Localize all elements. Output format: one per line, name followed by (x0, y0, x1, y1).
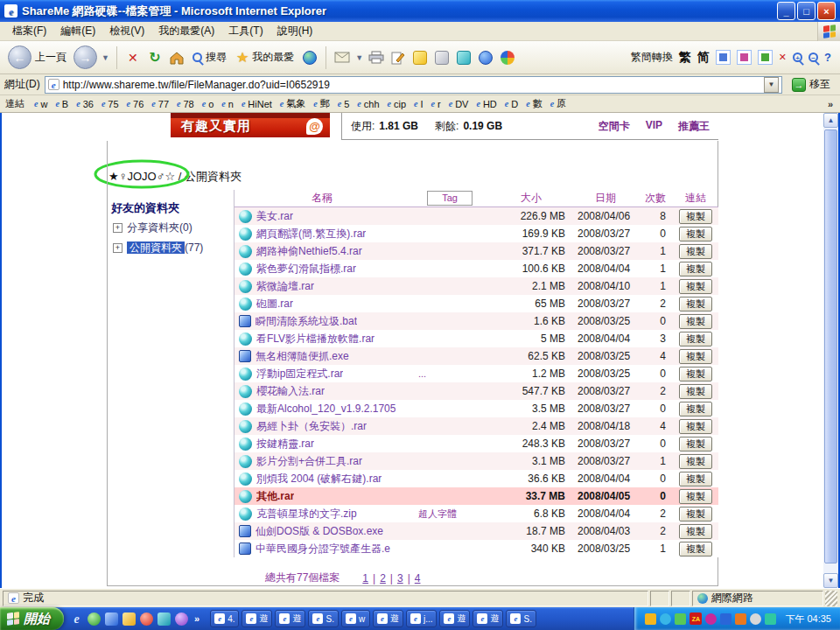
file-name-link[interactable]: 其他.rar (256, 489, 294, 504)
header-count[interactable]: 次數 (639, 191, 672, 206)
menu-item[interactable]: 編輯(E) (53, 22, 102, 40)
link-item[interactable]: 76 (123, 97, 148, 110)
page-link[interactable]: 3 (397, 572, 403, 584)
file-name-link[interactable]: 易經卜卦（免安裝）.rar (256, 419, 367, 434)
note-button[interactable] (411, 49, 429, 66)
quick-launch-icon[interactable] (70, 612, 83, 626)
file-name-link[interactable]: 最新Alcohol_120_v1.9.2.1705 (256, 402, 396, 416)
link-item[interactable]: n (218, 97, 237, 110)
page-link[interactable]: 1 (362, 572, 368, 584)
banner-ad[interactable]: 有趣又實用 @ (171, 113, 330, 137)
simplified-button[interactable]: 简 (697, 50, 710, 66)
copy-button[interactable]: 複製 (679, 367, 712, 382)
file-name-link[interactable]: 瞬間清除系統垃圾.bat (256, 314, 357, 329)
page-link[interactable]: 2 (380, 572, 386, 584)
copy-button[interactable]: 複製 (679, 332, 712, 346)
tray-icon[interactable] (735, 613, 746, 625)
header-size[interactable]: 大小 (490, 191, 572, 206)
link-item[interactable]: w (31, 97, 51, 110)
taskbar-task-button[interactable]: S. (308, 610, 338, 627)
calculator-button[interactable] (433, 49, 451, 66)
scrollbar[interactable]: ▲ ▼ (823, 113, 838, 588)
tray-icon[interactable] (645, 613, 656, 625)
copy-button[interactable]: 複製 (679, 489, 712, 504)
link-item[interactable]: HD (472, 97, 500, 110)
copy-button[interactable]: 複製 (679, 297, 712, 312)
file-name-link[interactable]: 別煩我 2004 (破解右鍵).rar (256, 472, 382, 486)
grid-tool-button[interactable] (455, 49, 472, 66)
link-item[interactable]: 78 (173, 97, 198, 110)
tray-za-icon[interactable]: ZA (690, 612, 702, 625)
file-name-link[interactable]: 櫻花輸入法.rar (256, 384, 325, 399)
file-name-link[interactable]: 仙劍DOS版 & DOSBox.exe (256, 524, 383, 539)
tray-icon[interactable] (765, 613, 776, 625)
copy-button[interactable]: 複製 (679, 209, 712, 224)
tray-icon[interactable] (660, 613, 671, 625)
menu-item[interactable]: 檔案(F) (5, 22, 53, 40)
header-date[interactable]: 日期 (572, 191, 639, 206)
file-name-link[interactable]: 浮動ip固定程式.rar (256, 367, 343, 382)
file-name-link[interactable]: 砲圖.rar (256, 297, 293, 312)
link-item[interactable]: 郵 (310, 97, 332, 110)
edit-button[interactable] (389, 49, 407, 66)
tray-icon[interactable] (750, 613, 761, 625)
tool-icon[interactable] (716, 50, 731, 65)
link-item[interactable]: 5 (334, 97, 354, 110)
close-tool-icon[interactable]: ✕ (779, 52, 787, 63)
scroll-thumb[interactable] (824, 130, 837, 564)
taskbar-task-button[interactable]: 遊 (373, 610, 403, 627)
taskbar-task-button[interactable]: 遊 (242, 610, 272, 627)
quick-launch-icon[interactable] (140, 612, 153, 626)
taskbar-task-button[interactable]: 遊 (472, 610, 503, 627)
file-name-link[interactable]: 無名相簿隨便抓.exe (256, 349, 349, 364)
menu-item[interactable]: 我的最愛(A) (151, 22, 221, 40)
copy-button[interactable]: 複製 (679, 279, 712, 294)
page-link[interactable]: 4 (415, 572, 421, 584)
link-item[interactable]: 36 (73, 97, 97, 110)
favorites-button[interactable]: ★ 我的最愛 (234, 47, 297, 67)
vip-link[interactable]: VIP (646, 119, 662, 134)
address-input[interactable] (63, 79, 760, 91)
scroll-down-button[interactable]: ▼ (823, 573, 838, 588)
tray-icon[interactable] (675, 613, 686, 625)
taskbar-task-button[interactable]: j... (406, 610, 438, 627)
copy-button[interactable]: 複製 (679, 227, 712, 242)
quick-launch-icon[interactable] (105, 612, 118, 626)
back-button[interactable]: ← 上一頁 (5, 44, 69, 71)
link-item[interactable]: chh (354, 97, 382, 110)
taskbar-task-button[interactable]: w (341, 610, 370, 627)
chevron-down-icon[interactable]: ▼ (355, 53, 363, 62)
mail-button[interactable] (333, 49, 351, 66)
link-item[interactable]: 75 (98, 97, 122, 110)
copy-button[interactable]: 複製 (679, 524, 712, 539)
chevron-down-icon[interactable]: ▼ (102, 53, 109, 62)
header-name[interactable]: 名稱 (234, 191, 410, 206)
taskbar-task-button[interactable]: 遊 (439, 610, 470, 627)
link-item[interactable]: r (428, 97, 444, 110)
tray-icon[interactable] (705, 613, 717, 625)
link-item[interactable]: 氣象 (276, 97, 309, 110)
zoom-in-icon[interactable]: + (793, 52, 802, 62)
tray-icon[interactable] (720, 613, 732, 625)
zoom-out-icon[interactable]: − (808, 52, 818, 62)
menu-item[interactable]: 說明(H) (270, 22, 320, 40)
link-item[interactable]: B (52, 97, 72, 110)
quick-launch-icon[interactable] (122, 612, 136, 626)
start-button[interactable]: 開始 (0, 607, 64, 630)
messenger-button[interactable] (499, 49, 516, 66)
history-button[interactable] (301, 49, 318, 66)
forward-button[interactable]: → (74, 46, 97, 69)
address-dropdown[interactable]: ▼ (764, 77, 779, 93)
copy-button[interactable]: 複製 (679, 244, 712, 259)
scroll-up-button[interactable]: ▲ (823, 113, 838, 128)
copy-button[interactable]: 複製 (679, 402, 712, 416)
menu-item[interactable]: 檢視(V) (102, 22, 151, 40)
copy-button[interactable]: 複製 (679, 454, 712, 469)
help-icon[interactable]: ? (824, 51, 831, 64)
file-name-link[interactable]: 美女.rar (256, 209, 293, 224)
go-button[interactable]: → 移至 (787, 76, 836, 93)
maximize-button[interactable]: □ (797, 2, 816, 20)
traditional-button[interactable]: 繁 (679, 50, 691, 66)
links-overflow-button[interactable]: » (824, 99, 836, 109)
home-button[interactable] (168, 49, 186, 66)
